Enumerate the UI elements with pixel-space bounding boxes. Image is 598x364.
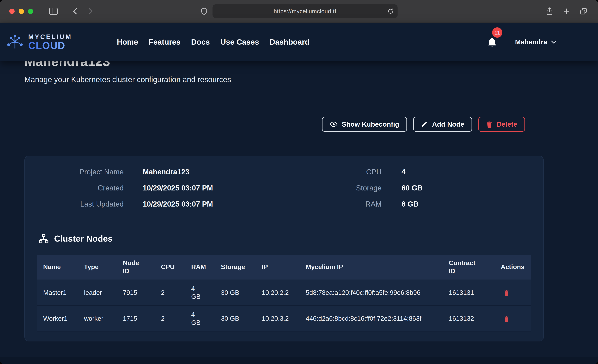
detail-row-cpu: CPU4	[284, 168, 543, 176]
detail-label: Project Name	[25, 168, 124, 176]
new-tab-plus-icon[interactable]	[563, 8, 570, 15]
sidebar-toggle-icon[interactable]	[49, 8, 58, 15]
detail-label: CPU	[284, 168, 382, 176]
cell-node_id: 7915	[117, 280, 155, 306]
add-node-label: Add Node	[432, 120, 464, 128]
cell-contract_id: 1613131	[443, 280, 495, 306]
detail-row-ram: RAM8 GB	[284, 200, 543, 208]
nav-item-dashboard[interactable]: Dashboard	[270, 38, 309, 46]
browser-window: https://myceliumcloud.tf	[0, 0, 598, 364]
cell-mycelium_ip: 5d8:78ea:a120:f40c:ff0f:a5fe:99e6:8b96	[299, 280, 443, 306]
details-left-group: Project NameMahendra123Created10/29/2025…	[25, 168, 284, 216]
user-menu-button[interactable]: Mahendra	[515, 38, 556, 46]
cell-storage: 30 GB	[215, 280, 256, 306]
url-bar[interactable]: https://myceliumcloud.tf	[212, 4, 398, 18]
column-header-node-id: Node ID	[117, 255, 155, 280]
cell-storage: 30 GB	[215, 306, 256, 332]
mycelium-logo[interactable]: MYCELIUM CLOUD	[5, 33, 72, 51]
share-icon[interactable]	[546, 7, 553, 16]
detail-value: 60 GB	[401, 184, 423, 192]
minimize-window-button[interactable]	[19, 9, 24, 14]
add-node-button[interactable]: Add Node	[413, 117, 472, 132]
close-window-button[interactable]	[9, 9, 15, 14]
cell-contract_id: 1613132	[443, 306, 495, 332]
cluster-nodes-heading: Cluster Nodes	[39, 233, 543, 244]
logo-wordmark: MYCELIUM CLOUD	[28, 33, 72, 51]
detail-row-last-updated: Last Updated10/29/2025 03:07 PM	[25, 200, 284, 208]
url-text: https://myceliumcloud.tf	[274, 8, 336, 15]
detail-row-project-name: Project NameMahendra123	[25, 168, 284, 176]
reload-icon[interactable]	[387, 8, 394, 15]
cell-type: worker	[78, 306, 117, 332]
cell-cpu: 2	[155, 306, 185, 332]
mycelium-logo-icon	[5, 34, 25, 50]
cell-cpu: 2	[155, 280, 185, 306]
cell-type: leader	[78, 280, 117, 306]
trash-icon	[486, 121, 492, 128]
column-header-cpu: CPU	[155, 255, 185, 280]
privacy-shield-icon[interactable]	[200, 7, 208, 15]
page-subtitle: Manage your Kubernetes cluster configura…	[25, 75, 598, 84]
cell-name: Master1	[37, 280, 78, 306]
eye-icon	[330, 121, 337, 128]
logo-text-bottom: CLOUD	[28, 41, 72, 51]
cluster-actions-row: Show Kubeconfig Add Node Delete	[25, 117, 525, 132]
tabs-overview-icon[interactable]	[580, 8, 587, 15]
column-header-name: Name	[37, 255, 78, 280]
column-header-type: Type	[78, 255, 117, 280]
show-kubeconfig-button[interactable]: Show Kubeconfig	[322, 117, 407, 132]
delete-node-button[interactable]	[504, 290, 509, 296]
traffic-lights	[9, 9, 33, 14]
column-header-ip: IP	[256, 255, 299, 280]
bell-icon	[488, 37, 497, 47]
detail-label: Created	[25, 184, 124, 192]
trash-icon	[504, 315, 509, 322]
column-header-mycelium-ip: Mycelium IP	[299, 255, 443, 280]
nodes-table: NameTypeNode IDCPURAMStorageIPMycelium I…	[37, 255, 531, 332]
cell-ip: 10.20.2.2	[256, 280, 299, 306]
detail-label: RAM	[284, 200, 382, 208]
nodes-table-head: NameTypeNode IDCPURAMStorageIPMycelium I…	[37, 255, 531, 280]
column-header-ram: RAM	[185, 255, 215, 280]
detail-label: Storage	[284, 184, 382, 192]
nav-item-home[interactable]: Home	[117, 38, 138, 46]
site-navbar: MYCELIUM CLOUD HomeFeaturesDocsUse Cases…	[0, 23, 598, 61]
cluster-details: Project NameMahendra123Created10/29/2025…	[25, 168, 543, 216]
detail-value: 10/29/2025 03:07 PM	[143, 200, 213, 208]
main-nav-menu: HomeFeaturesDocsUse CasesDashboard	[117, 38, 309, 46]
navbar-right-group: 11 Mahendra	[488, 37, 556, 47]
user-name: Mahendra	[515, 38, 547, 46]
delete-node-button[interactable]	[504, 315, 509, 322]
delete-cluster-button[interactable]: Delete	[478, 117, 525, 132]
cell-ip: 10.20.3.2	[256, 306, 299, 332]
detail-value: 10/29/2025 03:07 PM	[143, 184, 213, 192]
trash-icon	[504, 290, 509, 296]
toolbar-right-group	[546, 7, 587, 16]
cell-ram: 4 GB	[185, 306, 215, 332]
address-bar-group: https://myceliumcloud.tf	[200, 4, 398, 18]
delete-label: Delete	[497, 120, 517, 128]
cell-node_id: 1715	[117, 306, 155, 332]
cluster-details-card: Project NameMahendra123Created10/29/2025…	[25, 156, 544, 341]
logo-text-top: MYCELIUM	[28, 33, 72, 40]
notifications-button[interactable]: 11	[488, 37, 497, 47]
back-button[interactable]	[72, 7, 79, 15]
forward-button[interactable]	[87, 7, 94, 15]
detail-value: 4	[401, 168, 406, 176]
detail-label: Last Updated	[25, 200, 124, 208]
node-row-worker1: Worker1worker171524 GB30 GB10.20.3.2446:…	[37, 306, 531, 332]
cell-actions	[495, 280, 531, 306]
nodes-table-container: NameTypeNode IDCPURAMStorageIPMycelium I…	[37, 255, 531, 332]
nav-item-docs[interactable]: Docs	[191, 38, 210, 46]
nav-item-use-cases[interactable]: Use Cases	[220, 38, 259, 46]
nav-item-features[interactable]: Features	[149, 38, 181, 46]
cell-actions	[495, 306, 531, 332]
detail-value: 8 GB	[401, 200, 419, 208]
column-header-storage: Storage	[215, 255, 256, 280]
pencil-icon	[421, 121, 428, 128]
footer-strip	[0, 357, 598, 364]
show-kubeconfig-label: Show Kubeconfig	[342, 120, 399, 128]
zoom-window-button[interactable]	[28, 9, 33, 14]
cluster-nodes-title: Cluster Nodes	[54, 234, 113, 244]
detail-value: Mahendra123	[143, 168, 189, 176]
